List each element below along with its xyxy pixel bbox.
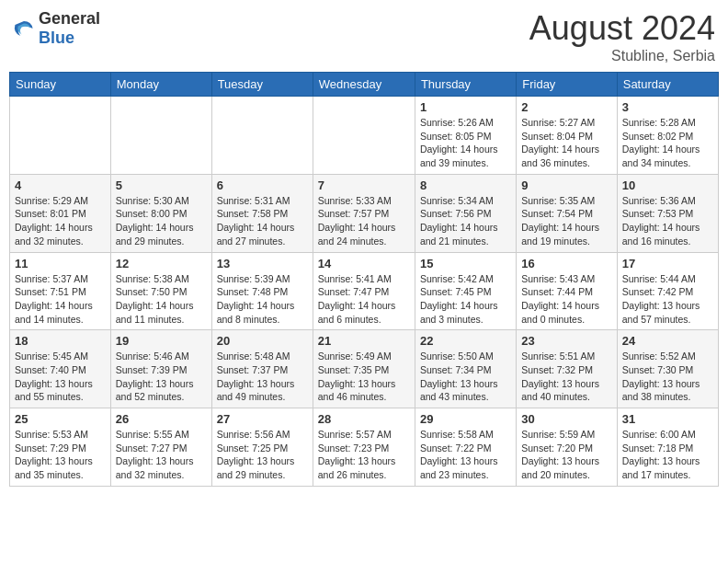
weekday-header-monday: Monday (110, 73, 211, 97)
day-number: 29 (420, 412, 511, 426)
week-row-1: 1Sunrise: 5:26 AMSunset: 8:05 PMDaylight… (10, 97, 719, 175)
day-detail: Sunrise: 5:43 AMSunset: 7:44 PMDaylight:… (521, 272, 611, 327)
day-number: 9 (521, 178, 611, 192)
page-header: General Blue August 2024 Stubline, Serbi… (9, 9, 719, 64)
weekday-header-saturday: Saturday (617, 73, 718, 97)
weekday-header-wednesday: Wednesday (313, 73, 415, 97)
day-detail: Sunrise: 5:53 AMSunset: 7:29 PMDaylight:… (15, 428, 106, 482)
day-detail: Sunrise: 5:31 AMSunset: 7:58 PMDaylight:… (217, 194, 308, 248)
logo-general: General (39, 9, 100, 28)
calendar-cell: 3Sunrise: 5:28 AMSunset: 8:02 PMDaylight… (617, 97, 718, 175)
calendar-cell: 7Sunrise: 5:33 AMSunset: 7:57 PMDaylight… (313, 174, 415, 252)
day-detail: Sunrise: 5:52 AMSunset: 7:30 PMDaylight:… (622, 350, 713, 404)
day-number: 10 (622, 178, 713, 192)
calendar-cell: 15Sunrise: 5:42 AMSunset: 7:45 PMDayligh… (415, 252, 516, 330)
week-row-3: 11Sunrise: 5:37 AMSunset: 7:51 PMDayligh… (10, 252, 719, 330)
day-number: 3 (622, 100, 713, 114)
calendar-cell: 11Sunrise: 5:37 AMSunset: 7:51 PMDayligh… (10, 252, 111, 330)
day-number: 4 (15, 178, 106, 192)
day-detail: Sunrise: 5:56 AMSunset: 7:25 PMDaylight:… (217, 428, 308, 482)
calendar-cell: 5Sunrise: 5:30 AMSunset: 8:00 PMDaylight… (110, 174, 211, 252)
day-detail: Sunrise: 5:39 AMSunset: 7:48 PMDaylight:… (217, 272, 308, 327)
day-detail: Sunrise: 5:59 AMSunset: 7:20 PMDaylight:… (521, 428, 611, 482)
calendar-cell (313, 97, 415, 175)
day-number: 26 (116, 412, 207, 426)
logo-icon (13, 17, 35, 40)
calendar-table: SundayMondayTuesdayWednesdayThursdayFrid… (9, 72, 719, 487)
calendar-cell: 31Sunrise: 6:00 AMSunset: 7:18 PMDayligh… (617, 408, 718, 487)
day-number: 6 (217, 178, 308, 192)
calendar-cell: 4Sunrise: 5:29 AMSunset: 8:01 PMDaylight… (10, 174, 111, 252)
day-number: 30 (521, 412, 611, 426)
calendar-cell: 9Sunrise: 5:35 AMSunset: 7:54 PMDaylight… (517, 174, 617, 252)
day-detail: Sunrise: 5:28 AMSunset: 8:02 PMDaylight:… (622, 116, 713, 170)
day-detail: Sunrise: 5:37 AMSunset: 7:51 PMDaylight:… (15, 272, 106, 327)
day-detail: Sunrise: 5:35 AMSunset: 7:54 PMDaylight:… (521, 194, 611, 248)
day-detail: Sunrise: 5:29 AMSunset: 8:01 PMDaylight:… (15, 194, 106, 248)
day-detail: Sunrise: 5:55 AMSunset: 7:27 PMDaylight:… (116, 428, 207, 482)
day-detail: Sunrise: 5:33 AMSunset: 7:57 PMDaylight:… (318, 194, 410, 248)
day-number: 1 (420, 100, 511, 114)
subtitle: Stubline, Serbia (529, 48, 715, 64)
calendar-cell: 16Sunrise: 5:43 AMSunset: 7:44 PMDayligh… (517, 252, 617, 330)
calendar-cell (211, 97, 313, 175)
day-number: 18 (15, 334, 106, 348)
day-detail: Sunrise: 6:00 AMSunset: 7:18 PMDaylight:… (622, 428, 713, 482)
calendar-cell: 30Sunrise: 5:59 AMSunset: 7:20 PMDayligh… (517, 408, 617, 487)
week-row-5: 25Sunrise: 5:53 AMSunset: 7:29 PMDayligh… (10, 408, 719, 487)
calendar-cell: 26Sunrise: 5:55 AMSunset: 7:27 PMDayligh… (110, 408, 211, 487)
day-number: 23 (521, 334, 611, 348)
calendar-cell: 20Sunrise: 5:48 AMSunset: 7:37 PMDayligh… (211, 330, 313, 408)
calendar-cell: 13Sunrise: 5:39 AMSunset: 7:48 PMDayligh… (211, 252, 313, 330)
calendar-cell: 17Sunrise: 5:44 AMSunset: 7:42 PMDayligh… (617, 252, 718, 330)
day-number: 28 (318, 412, 410, 426)
day-number: 8 (420, 178, 511, 192)
day-number: 20 (217, 334, 308, 348)
day-number: 19 (116, 334, 207, 348)
day-detail: Sunrise: 5:34 AMSunset: 7:56 PMDaylight:… (420, 194, 511, 248)
weekday-header-friday: Friday (517, 73, 617, 97)
day-detail: Sunrise: 5:30 AMSunset: 8:00 PMDaylight:… (116, 194, 207, 248)
day-detail: Sunrise: 5:41 AMSunset: 7:47 PMDaylight:… (318, 272, 410, 327)
day-number: 24 (622, 334, 713, 348)
day-number: 22 (420, 334, 511, 348)
day-number: 17 (622, 257, 713, 270)
day-number: 2 (521, 100, 611, 114)
day-number: 21 (318, 334, 410, 348)
calendar-cell: 29Sunrise: 5:58 AMSunset: 7:22 PMDayligh… (415, 408, 516, 487)
calendar-cell: 25Sunrise: 5:53 AMSunset: 7:29 PMDayligh… (10, 408, 111, 487)
calendar-cell (110, 97, 211, 175)
calendar-cell (10, 97, 111, 175)
calendar-cell: 28Sunrise: 5:57 AMSunset: 7:23 PMDayligh… (313, 408, 415, 487)
calendar-cell: 21Sunrise: 5:49 AMSunset: 7:35 PMDayligh… (313, 330, 415, 408)
day-detail: Sunrise: 5:36 AMSunset: 7:53 PMDaylight:… (622, 194, 713, 248)
calendar-header: SundayMondayTuesdayWednesdayThursdayFrid… (10, 73, 719, 97)
week-row-2: 4Sunrise: 5:29 AMSunset: 8:01 PMDaylight… (10, 174, 719, 252)
day-detail: Sunrise: 5:26 AMSunset: 8:05 PMDaylight:… (420, 116, 511, 170)
calendar-cell: 1Sunrise: 5:26 AMSunset: 8:05 PMDaylight… (415, 97, 516, 175)
day-number: 12 (116, 257, 207, 270)
calendar-body: 1Sunrise: 5:26 AMSunset: 8:05 PMDaylight… (10, 97, 719, 487)
logo: General Blue (13, 9, 100, 48)
calendar-cell: 27Sunrise: 5:56 AMSunset: 7:25 PMDayligh… (211, 408, 313, 487)
weekday-header-sunday: Sunday (10, 73, 111, 97)
calendar-cell: 12Sunrise: 5:38 AMSunset: 7:50 PMDayligh… (110, 252, 211, 330)
main-title: August 2024 (529, 9, 715, 48)
day-detail: Sunrise: 5:49 AMSunset: 7:35 PMDaylight:… (318, 350, 410, 404)
calendar-cell: 8Sunrise: 5:34 AMSunset: 7:56 PMDaylight… (415, 174, 516, 252)
day-number: 15 (420, 257, 511, 270)
day-number: 27 (217, 412, 308, 426)
calendar-cell: 10Sunrise: 5:36 AMSunset: 7:53 PMDayligh… (617, 174, 718, 252)
day-detail: Sunrise: 5:51 AMSunset: 7:32 PMDaylight:… (521, 350, 611, 404)
day-detail: Sunrise: 5:48 AMSunset: 7:37 PMDaylight:… (217, 350, 308, 404)
day-number: 31 (622, 412, 713, 426)
day-detail: Sunrise: 5:50 AMSunset: 7:34 PMDaylight:… (420, 350, 511, 404)
day-detail: Sunrise: 5:27 AMSunset: 8:04 PMDaylight:… (521, 116, 611, 170)
day-detail: Sunrise: 5:44 AMSunset: 7:42 PMDaylight:… (622, 272, 713, 327)
day-number: 25 (15, 412, 106, 426)
weekday-header-tuesday: Tuesday (211, 73, 313, 97)
calendar-cell: 14Sunrise: 5:41 AMSunset: 7:47 PMDayligh… (313, 252, 415, 330)
calendar-cell: 2Sunrise: 5:27 AMSunset: 8:04 PMDaylight… (517, 97, 617, 175)
logo-text: General Blue (39, 9, 100, 48)
day-number: 11 (15, 257, 106, 270)
